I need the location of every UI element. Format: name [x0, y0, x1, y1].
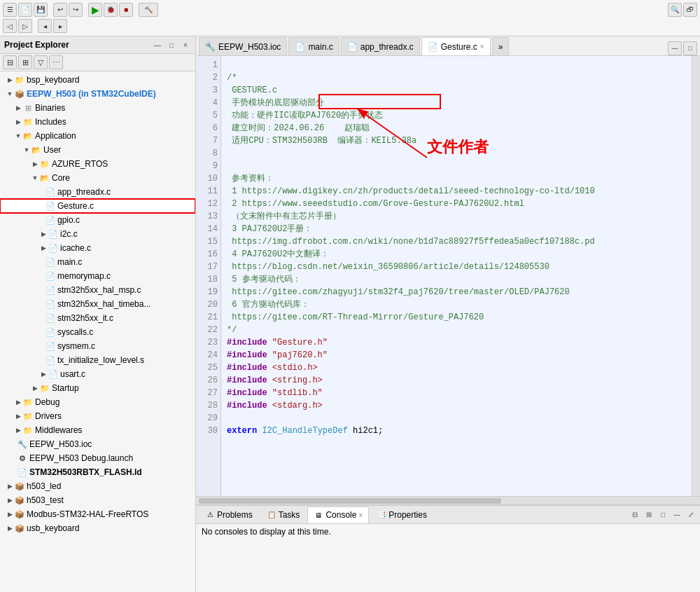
- sidebar-close-btn[interactable]: ×: [180, 39, 191, 50]
- tree-label: Core: [52, 173, 70, 183]
- tab-icon: 📄: [347, 42, 358, 52]
- sidebar-minimize-btn[interactable]: —: [152, 39, 163, 50]
- tree-item-gesture-c[interactable]: 📄 Gesture.c: [0, 199, 195, 213]
- tab-bar: 🔧 EEPW_H503.ioc 📄 main.c 📄 app_threadx.c…: [196, 36, 700, 56]
- sidebar-header: Project Explorer — □ ×: [0, 36, 195, 54]
- tree-item-syscalls[interactable]: 📄 syscalls.c: [0, 325, 195, 339]
- sidebar-maximize-btn[interactable]: □: [166, 39, 177, 50]
- tree-arrow: ▼: [31, 174, 39, 182]
- more-btn[interactable]: ⋯: [49, 55, 63, 69]
- tab-gesture-c[interactable]: 📄 Gesture.c ×: [421, 37, 491, 55]
- tree-item-stm32-it[interactable]: 📄 stm32h5xx_it.c: [0, 311, 195, 325]
- tree-item-app-threadx[interactable]: 📄 app_threadx.c: [0, 185, 195, 199]
- editor-max-btn[interactable]: □: [683, 41, 697, 55]
- tree-item-sysmem[interactable]: 📄 sysmem.c: [0, 339, 195, 353]
- tree-item-bsp-keyboard[interactable]: ▶ 📁 bsp_keyboard: [0, 73, 195, 87]
- new-btn[interactable]: 📄: [18, 3, 32, 17]
- tree-item-icache[interactable]: ▶ 📄 icache.c: [0, 241, 195, 255]
- bottom-tb-btn-3[interactable]: □: [657, 509, 669, 521]
- run-btn[interactable]: ▶: [88, 3, 102, 17]
- tab-close-icon[interactable]: ×: [480, 43, 484, 50]
- horizontal-scrollbar[interactable]: [196, 496, 700, 504]
- editor-min-btn[interactable]: —: [668, 41, 682, 55]
- project-tree: ▶ 📁 bsp_keyboard ▼ 📦 EEPW_H503 (in STM32…: [0, 71, 195, 592]
- tab-label: Problems: [217, 510, 253, 520]
- c-file-icon: 📄: [45, 214, 56, 226]
- undo-btn[interactable]: ↩: [53, 3, 67, 17]
- tree-item-eepw-h503[interactable]: ▼ 📦 EEPW_H503 (in STM32CubeIDE): [0, 87, 195, 101]
- editor-area: 🔧 EEPW_H503.ioc 📄 main.c 📄 app_threadx.c…: [196, 36, 700, 592]
- prev-edit-btn[interactable]: ◂: [38, 19, 52, 33]
- tree-item-launch[interactable]: ⚙ EEPW_H503 Debug.launch: [0, 451, 195, 465]
- tree-item-stm32-hal-msp[interactable]: 📄 stm32h5xx_hal_msp.c: [0, 283, 195, 297]
- debug-btn[interactable]: 🐞: [104, 3, 118, 17]
- tree-item-tx-init[interactable]: 📄 tx_initialize_low_level.s: [0, 353, 195, 367]
- tree-item-main[interactable]: 📄 main.c: [0, 255, 195, 269]
- tree-item-modbus[interactable]: ▶ 📦 Modbus-STM32-HAL-FreeRTOS: [0, 507, 195, 521]
- tab-console[interactable]: 🖥 Console ×: [307, 507, 369, 523]
- tree-item-middlewares[interactable]: ▶ 📁 Middlewares: [0, 423, 195, 437]
- tab-properties[interactable]: 📑 Properties: [370, 507, 433, 523]
- tree-label: i2c.c: [60, 229, 78, 239]
- tree-item-includes[interactable]: ▶ 📁 Includes: [0, 115, 195, 129]
- bottom-min-btn[interactable]: —: [671, 509, 683, 521]
- tree-item-h503-test[interactable]: ▶ 📦 h503_test: [0, 493, 195, 507]
- tree-item-gpio[interactable]: 📄 gpio.c: [0, 213, 195, 227]
- tree-item-usb-keyboard[interactable]: ▶ 📦 usb_keyboard: [0, 521, 195, 535]
- collapse-all-btn[interactable]: ⊟: [3, 55, 17, 69]
- tab-problems[interactable]: ⚠ Problems: [199, 507, 259, 523]
- tasks-icon: 📋: [267, 510, 276, 520]
- save-btn[interactable]: 💾: [34, 3, 48, 17]
- tree-item-h503-led[interactable]: ▶ 📦 h503_led: [0, 479, 195, 493]
- bottom-tb-btn-1[interactable]: ⊟: [629, 509, 641, 521]
- tree-item-user[interactable]: ▼ 📂 User: [0, 143, 195, 157]
- tree-arrow: ▶: [39, 370, 48, 378]
- tab-main[interactable]: 📄 main.c: [288, 37, 339, 55]
- tree-arrow: ▶: [6, 482, 14, 490]
- menu-btn[interactable]: ☰: [3, 3, 17, 17]
- sidebar-toolbar: ⊟ ⊞ ▽ ⋯: [0, 54, 195, 71]
- tree-item-startup[interactable]: ▶ 📁 Startup: [0, 381, 195, 395]
- forward-btn[interactable]: ▷: [18, 19, 32, 33]
- console-close-icon[interactable]: ×: [358, 511, 363, 519]
- tree-item-memorymap[interactable]: 📄 memorymap.c: [0, 269, 195, 283]
- tree-item-application[interactable]: ▼ 📂 Application: [0, 129, 195, 143]
- tab-icon: 📄: [428, 42, 438, 52]
- tree-item-i2c[interactable]: ▶ 📄 i2c.c: [0, 227, 195, 241]
- editor-scrollbar[interactable]: [692, 56, 700, 496]
- tree-label: usb_keyboard: [27, 523, 79, 533]
- code-content[interactable]: /* GESTURE.c 手势模块的底层驱动部分 功能：硬件IIC读取PAJ76…: [221, 56, 692, 496]
- tree-item-azure-rtos[interactable]: ▶ 📁 AZURE_RTOS: [0, 157, 195, 171]
- c-file-icon: 📄: [45, 186, 56, 198]
- tree-item-binaries[interactable]: ▶ ⊞ Binaries: [0, 101, 195, 115]
- tab-tasks[interactable]: 📋 Tasks: [260, 507, 307, 523]
- tree-label: h503_led: [27, 481, 61, 491]
- tree-item-debug[interactable]: ▶ 📁 Debug: [0, 395, 195, 409]
- tree-item-flash-ld[interactable]: 📄 STM32H503RBTX_FLASH.ld: [0, 465, 195, 479]
- filter-btn[interactable]: ▽: [34, 55, 48, 69]
- launch-icon: ⚙: [17, 453, 28, 464]
- tree-label: STM32H503RBTX_FLASH.ld: [29, 467, 142, 477]
- window-min-btn[interactable]: 🗗: [683, 3, 697, 17]
- tree-item-drivers[interactable]: ▶ 📁 Drivers: [0, 409, 195, 423]
- tree-label: EEPW_H503 Debug.launch: [29, 453, 133, 463]
- tree-item-ioc[interactable]: 🔧 EEPW_H503.ioc: [0, 437, 195, 451]
- bottom-max-btn[interactable]: ⤢: [685, 509, 697, 521]
- bottom-tb-btn-2[interactable]: ⊞: [643, 509, 655, 521]
- link-editor-btn[interactable]: ⊞: [18, 55, 32, 69]
- back-btn[interactable]: ◁: [3, 19, 17, 33]
- redo-btn[interactable]: ↪: [69, 3, 83, 17]
- next-edit-btn[interactable]: ▸: [53, 19, 67, 33]
- stop-btn[interactable]: ■: [119, 3, 133, 17]
- tree-arrow: ▶: [6, 76, 14, 84]
- tree-item-usart[interactable]: ▶ 📄 usart.c: [0, 367, 195, 381]
- search-btn[interactable]: 🔍: [668, 3, 682, 17]
- tree-item-core[interactable]: ▼ 📂 Core: [0, 171, 195, 185]
- tree-label: Includes: [35, 117, 66, 127]
- tab-ioc[interactable]: 🔧 EEPW_H503.ioc: [199, 37, 287, 55]
- tab-overflow[interactable]: »: [492, 37, 510, 55]
- tab-label: Console: [326, 510, 356, 520]
- tree-item-stm32-hal-timeba[interactable]: 📄 stm32h5xx_hal_timeba...: [0, 297, 195, 311]
- tab-app-threadx[interactable]: 📄 app_threadx.c: [341, 37, 420, 55]
- build-btn[interactable]: 🔨: [139, 3, 158, 17]
